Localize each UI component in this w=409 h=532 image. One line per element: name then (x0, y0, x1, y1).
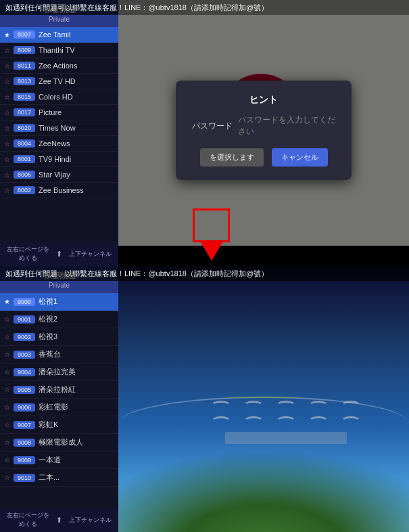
channel-item[interactable]: ☆ 9003 香蕉台 (0, 346, 118, 363)
channel-item[interactable]: ☆ 9002 松視3 (0, 328, 118, 346)
star-icon: ☆ (4, 171, 11, 179)
channel-item[interactable]: ★ 8007 Zee Tamil (0, 27, 118, 43)
channel-item[interactable]: ☆ 9006 彩虹電影 (0, 399, 118, 416)
channel-name: 彩虹電影 (39, 402, 68, 412)
top-panel: 如遇到任何問題可以聯繫在線客服！LINE：@ubtv1818（請添加時記得加@號… (0, 0, 409, 266)
star-icon: ☆ (4, 439, 11, 446)
star-icon: ☆ (4, 140, 11, 148)
channel-item[interactable]: ☆ 8006 Star Vijay (0, 167, 118, 183)
star-icon: ☆ (4, 93, 11, 101)
loading-arc-6 (211, 416, 231, 426)
channel-item[interactable]: ☆ 9008 極限電影成人 (0, 434, 118, 451)
channel-name: Zee TV HD (39, 77, 76, 85)
channel-name: 二本... (39, 472, 59, 483)
channel-name: 一本道 (39, 455, 61, 465)
channel-item[interactable]: ☆ 9005 潘朵拉粉紅 (0, 381, 118, 399)
channel-item[interactable]: ☆ 8011 Zee Actions (0, 58, 118, 74)
star-icon: ☆ (4, 187, 11, 194)
hint-dialog: ヒント パスワード パスワードを入力してください を選択します キャンセル (176, 81, 352, 180)
top-sidebar-footer: 左右にページをめくる ⬆ 上下チャンネル (0, 242, 118, 266)
channel-name: Picture (39, 108, 62, 116)
channel-item[interactable]: ☆ 8013 Zee TV HD (0, 74, 118, 89)
top-ticker: 如遇到任何問題可以聯繫在線客服！LINE：@ubtv1818（請添加時記得加@號… (0, 0, 409, 15)
channel-item[interactable]: ☆ 9010 二本... (0, 469, 118, 487)
star-icon: ★ (4, 31, 11, 39)
star-icon: ☆ (4, 125, 11, 132)
channel-name: Star Vijay (39, 171, 70, 179)
channel-name: 松視3 (39, 332, 57, 342)
channel-number: 9000 (14, 298, 35, 306)
channel-number: 9004 (14, 368, 35, 376)
star-icon: ☆ (4, 386, 11, 393)
channel-number: 9009 (14, 456, 35, 464)
channel-number: 9003 (14, 351, 35, 359)
channel-name: ZeeNews (39, 139, 70, 148)
loading-arc-9 (308, 416, 329, 426)
star-icon: ★ (4, 298, 11, 305)
channel-name: Zee Business (39, 186, 84, 194)
bottom-sidebar-subtitle: Private (7, 282, 112, 289)
select-button[interactable]: を選択します (200, 148, 264, 167)
channel-number: 8013 (14, 77, 35, 85)
channel-name: 松視1 (39, 296, 57, 307)
page-turn-label: 左右にページをめくる (7, 245, 49, 263)
channel-item[interactable]: ★ 9000 松視1 (0, 293, 118, 311)
channel-item[interactable]: ☆ 8001 TV9 Hindi (0, 152, 118, 167)
channel-number: 8009 (14, 46, 35, 54)
star-icon: ☆ (4, 403, 11, 411)
channel-item[interactable]: ☆ 8002 Zee Business (0, 183, 118, 198)
up-down-icon: ⬆ (56, 250, 62, 259)
channel-number: 9007 (14, 421, 35, 429)
channel-name: 松視2 (39, 314, 57, 324)
channel-number: 8011 (14, 62, 35, 70)
channel-number: 8007 (14, 30, 35, 39)
loading-rect (225, 432, 347, 444)
star-icon: ☆ (4, 333, 11, 340)
loading-row-2 (169, 416, 402, 426)
channel-number: 9008 (14, 439, 35, 447)
channel-number: 8004 (14, 139, 35, 148)
channel-name: 極限電影成人 (39, 437, 83, 447)
channel-item[interactable]: ☆ 8017 Picture (0, 105, 118, 120)
bottom-page-turn-label: 左右にページをめくる (7, 511, 49, 529)
loading-arc-8 (276, 416, 296, 426)
password-label: パスワード (192, 120, 233, 132)
password-placeholder: パスワードを入力してください (238, 114, 335, 137)
channel-item[interactable]: ☆ 8009 Thanthi TV (0, 43, 118, 58)
channel-item[interactable]: ☆ 8020 Times Now (0, 120, 118, 136)
channel-item[interactable]: ☆ 9004 潘朵拉完美 (0, 363, 118, 381)
loading-arc-4 (308, 401, 329, 411)
bottom-sidebar-footer: 左右にページをめくる ⬆ 上下チャンネル (0, 508, 118, 532)
channel-name: Thanthi TV (39, 46, 75, 54)
top-sidebar: 私密頻道 Private ★ 8007 Zee Tamil ☆ 8009 Tha… (0, 0, 118, 266)
channel-number: 8020 (14, 124, 35, 132)
channel-item[interactable]: ☆ 8004 ZeeNews (0, 136, 118, 152)
star-icon: ☆ (4, 62, 11, 70)
channel-item[interactable]: ☆ 8015 Colors HD (0, 89, 118, 105)
channel-name: TV9 Hindi (39, 155, 71, 163)
loading-arc-2 (243, 401, 264, 411)
bottom-up-down-icon: ⬆ (56, 516, 62, 525)
channel-number: 9006 (14, 403, 35, 412)
loading-arc-5 (341, 401, 361, 411)
red-arrow-box (193, 208, 230, 242)
bottom-ticker: 如遇到任何問題、以聯繫在線客服！LINE：@ubtv1818（請添加時記得加@號… (0, 266, 409, 281)
channel-name: 彩虹K (39, 420, 58, 430)
channel-name: Zee Actions (39, 62, 77, 70)
channel-name: Colors HD (39, 93, 73, 101)
channel-item[interactable]: ☆ 9009 一本道 (0, 451, 118, 469)
cancel-button[interactable]: キャンセル (272, 148, 328, 167)
loading-arc-7 (243, 416, 264, 426)
top-channel-list: ★ 8007 Zee Tamil ☆ 8009 Thanthi TV ☆ 801… (0, 27, 118, 198)
star-icon: ☆ (4, 109, 11, 116)
channel-item[interactable]: ☆ 9007 彩虹K (0, 416, 118, 434)
star-icon: ☆ (4, 456, 11, 464)
channel-number: 9010 (14, 474, 35, 482)
star-icon: ☆ (4, 78, 11, 85)
channel-name: Zee Tamil (39, 30, 70, 39)
star-icon: ☆ (4, 368, 11, 376)
channel-name: 潘朵拉粉紅 (39, 384, 76, 395)
channel-number: 8002 (14, 186, 35, 194)
channel-number: 9002 (14, 333, 35, 341)
channel-item[interactable]: ☆ 9001 松視2 (0, 311, 118, 328)
